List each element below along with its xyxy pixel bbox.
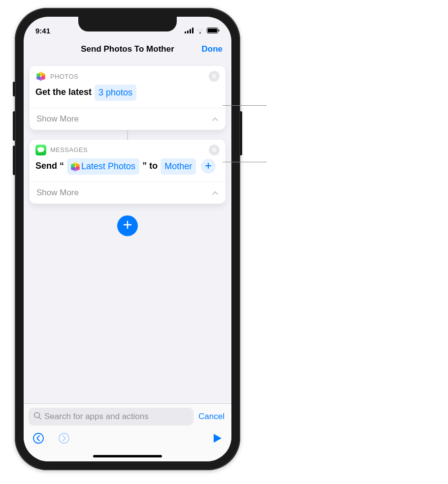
- delete-action-button[interactable]: [209, 145, 220, 155]
- app-name-label: PHOTOS: [50, 73, 78, 80]
- page-title: Send Photos To Mother: [24, 44, 231, 54]
- to-word: to: [149, 161, 158, 171]
- variable-latest-photos[interactable]: Latest Photos: [67, 158, 139, 175]
- status-indicators: [185, 28, 220, 33]
- show-more-button[interactable]: Show More: [30, 182, 225, 204]
- bottom-panel: Search for apps and actions Cancel: [24, 403, 231, 461]
- search-placeholder: Search for apps and actions: [44, 412, 149, 422]
- done-button[interactable]: Done: [202, 44, 223, 54]
- cellular-icon: [185, 28, 193, 33]
- wifi-icon: [196, 28, 204, 33]
- cancel-button[interactable]: Cancel: [198, 412, 226, 422]
- add-recipient-button[interactable]: [201, 159, 216, 174]
- delete-action-button[interactable]: [209, 71, 220, 82]
- photos-app-icon: [35, 71, 46, 82]
- photos-icon: [71, 162, 79, 170]
- callout-line: [223, 105, 267, 106]
- action-summary: Send “ La: [30, 155, 225, 182]
- svg-point-10: [59, 433, 69, 443]
- volume-down: [13, 146, 15, 175]
- screen: 9:41 Send Photos To Mother Done: [24, 17, 231, 461]
- param-photo-count[interactable]: 3 photos: [95, 85, 136, 101]
- show-more-button[interactable]: Show More: [30, 108, 225, 130]
- action-prefix: Get the latest: [35, 87, 92, 97]
- recipient-token[interactable]: Mother: [160, 158, 196, 175]
- status-time: 9:41: [35, 27, 50, 35]
- plus-icon: [123, 220, 132, 232]
- messages-app-icon: [35, 145, 46, 155]
- svg-rect-3: [192, 28, 193, 33]
- iphone-frame: 9:41 Send Photos To Mother Done: [15, 8, 240, 470]
- notch: [78, 17, 177, 31]
- home-indicator: [93, 455, 162, 457]
- plus-icon: [205, 159, 212, 174]
- svg-rect-5: [208, 29, 217, 32]
- app-name-label: MESSAGES: [50, 146, 88, 153]
- add-action-button[interactable]: [117, 215, 138, 236]
- search-icon: [33, 412, 41, 422]
- svg-rect-1: [187, 30, 189, 33]
- close-icon: [212, 148, 217, 152]
- side-button: [240, 111, 242, 155]
- send-prefix: Send: [35, 161, 57, 171]
- search-input[interactable]: Search for apps and actions: [29, 408, 193, 425]
- editor-content: PHOTOS Get the latest 3 photos Show More: [24, 60, 231, 403]
- callout-line: [223, 162, 267, 162]
- search-row: Search for apps and actions Cancel: [29, 408, 226, 425]
- redo-button[interactable]: [58, 432, 70, 446]
- svg-point-9: [33, 433, 43, 443]
- svg-rect-2: [190, 29, 191, 33]
- volume-up: [13, 111, 15, 141]
- battery-icon: [207, 28, 220, 33]
- toolbar: [29, 425, 226, 451]
- nav-bar: Send Photos To Mother Done: [24, 38, 231, 60]
- close-icon: [212, 74, 217, 79]
- chevron-up-icon: [212, 188, 219, 198]
- card-header: MESSAGES: [30, 140, 225, 155]
- variable-label: Latest Photos: [81, 159, 135, 174]
- action-card-photos[interactable]: PHOTOS Get the latest 3 photos Show More: [30, 66, 225, 130]
- quote-close: ”: [142, 161, 147, 171]
- mute-switch: [13, 82, 15, 96]
- run-button[interactable]: [213, 433, 223, 446]
- svg-rect-6: [219, 30, 220, 31]
- svg-line-8: [39, 417, 41, 419]
- show-more-label: Show More: [36, 188, 79, 198]
- action-summary: Get the latest 3 photos: [30, 82, 225, 108]
- card-header: PHOTOS: [30, 66, 225, 82]
- show-more-label: Show More: [36, 114, 79, 124]
- action-connector: [127, 130, 128, 140]
- quote-open: “: [60, 161, 64, 171]
- svg-rect-0: [185, 31, 186, 33]
- undo-button[interactable]: [32, 432, 44, 446]
- chevron-up-icon: [212, 114, 219, 124]
- action-card-messages[interactable]: MESSAGES Send “: [30, 140, 225, 204]
